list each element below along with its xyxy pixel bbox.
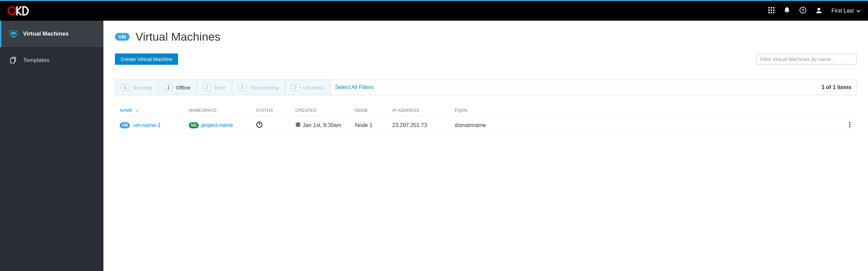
- filter-count: 0: [238, 84, 246, 91]
- svg-point-23: [849, 124, 850, 125]
- bell-icon[interactable]: [784, 7, 790, 15]
- filter-tab-unknown[interactable]: 0 Unknown: [285, 80, 330, 95]
- status-off-icon: [256, 121, 263, 129]
- filter-tab-running[interactable]: 0 Running: [115, 80, 158, 95]
- table-header: NAME ↓ NAMESPACE STATUS CREATED NODE IP …: [115, 104, 856, 117]
- svg-rect-1: [768, 7, 770, 8]
- filter-label: Running: [133, 85, 152, 90]
- filter-tab-offline[interactable]: 1 Offline: [158, 80, 197, 95]
- vm-icon: [9, 30, 18, 38]
- sidebar-item-templates[interactable]: Templates: [0, 47, 103, 74]
- filter-input[interactable]: [756, 54, 856, 64]
- filter-tab-transitioning[interactable]: 0 Transitioning: [232, 80, 285, 95]
- filter-label: Transitioning: [250, 85, 279, 90]
- create-vm-button[interactable]: Create Virtual Machine: [115, 54, 178, 65]
- created-value: Jan 1st, 8:30am: [303, 122, 341, 128]
- svg-rect-6: [773, 9, 774, 11]
- th-namespace[interactable]: NAMESPACE: [189, 107, 256, 113]
- th-status[interactable]: STATUS: [256, 107, 295, 113]
- svg-text:?: ?: [802, 8, 804, 13]
- sidebar-item-label: Templates: [23, 57, 49, 64]
- select-all-filters-link[interactable]: Select All Filters: [335, 84, 374, 90]
- svg-rect-7: [768, 12, 770, 13]
- okd-logo[interactable]: [7, 6, 29, 16]
- fqdn-value: domainname: [455, 122, 843, 128]
- item-count: 1 of 1 items: [817, 80, 856, 95]
- svg-point-22: [849, 122, 850, 123]
- th-ip[interactable]: IP ADDRESS: [392, 107, 455, 113]
- templates-icon: [9, 56, 18, 64]
- filter-count: 0: [203, 84, 211, 91]
- vm-badge-small: VM: [120, 122, 130, 128]
- user-icon[interactable]: [816, 7, 822, 15]
- vm-table: NAME ↓ NAMESPACE STATUS CREATED NODE IP …: [115, 104, 856, 134]
- filter-label: Error: [214, 85, 225, 90]
- filter-label: Offline: [176, 85, 190, 90]
- filter-bar: 0 Running 1 Offline 0 Error 0 Transition…: [115, 80, 856, 95]
- filter-count: 1: [164, 84, 173, 91]
- chevron-down-icon: [856, 8, 861, 14]
- ip-value: 23.207.251.73: [392, 122, 455, 128]
- page-title: Virtual Machines: [136, 30, 221, 43]
- main-content: VM Virtual Machines Create Virtual Machi…: [103, 21, 868, 271]
- svg-rect-9: [773, 12, 774, 13]
- svg-rect-15: [12, 36, 15, 37]
- vm-badge: VM: [115, 33, 130, 41]
- namespace-link[interactable]: project-name: [201, 122, 233, 128]
- svg-rect-2: [771, 7, 772, 8]
- filter-count: 0: [291, 84, 299, 91]
- svg-rect-3: [773, 7, 774, 8]
- row-kebab-menu[interactable]: [843, 122, 856, 129]
- svg-rect-4: [768, 9, 770, 11]
- svg-point-12: [817, 8, 820, 11]
- sidebar: Virtual Machines Templates: [0, 21, 103, 271]
- globe-icon: [295, 122, 301, 129]
- vm-name-link[interactable]: vm-name-1: [133, 122, 161, 128]
- help-icon[interactable]: ?: [800, 7, 806, 15]
- user-name: First Last: [831, 8, 854, 14]
- sort-arrow-icon: ↓: [136, 107, 138, 113]
- masthead: ? First Last: [0, 1, 868, 21]
- svg-rect-16: [12, 37, 15, 37]
- filter-label: Unknown: [303, 85, 324, 90]
- svg-rect-8: [771, 12, 772, 13]
- svg-rect-14: [11, 32, 16, 34]
- th-name[interactable]: NAME ↓: [115, 107, 189, 113]
- node-value: Node 1: [355, 122, 392, 128]
- ns-badge-small: NS: [189, 122, 199, 128]
- th-fqdn[interactable]: FQDN: [455, 107, 843, 113]
- table-row: VM vm-name-1 NS project-name Jan 1st: [115, 117, 856, 134]
- filter-count: 0: [121, 84, 130, 91]
- filter-tab-error[interactable]: 0 Error: [197, 80, 232, 95]
- app-launcher-icon[interactable]: [768, 7, 774, 15]
- user-menu[interactable]: First Last: [831, 8, 861, 14]
- svg-rect-5: [771, 9, 772, 11]
- th-node[interactable]: NODE: [355, 107, 392, 113]
- sidebar-item-virtual-machines[interactable]: Virtual Machines: [0, 21, 103, 47]
- th-created[interactable]: CREATED: [295, 107, 355, 113]
- sidebar-item-label: Virtual Machines: [23, 30, 69, 37]
- svg-point-24: [849, 126, 850, 127]
- svg-point-0: [8, 7, 16, 15]
- page-header: VM Virtual Machines: [115, 30, 856, 43]
